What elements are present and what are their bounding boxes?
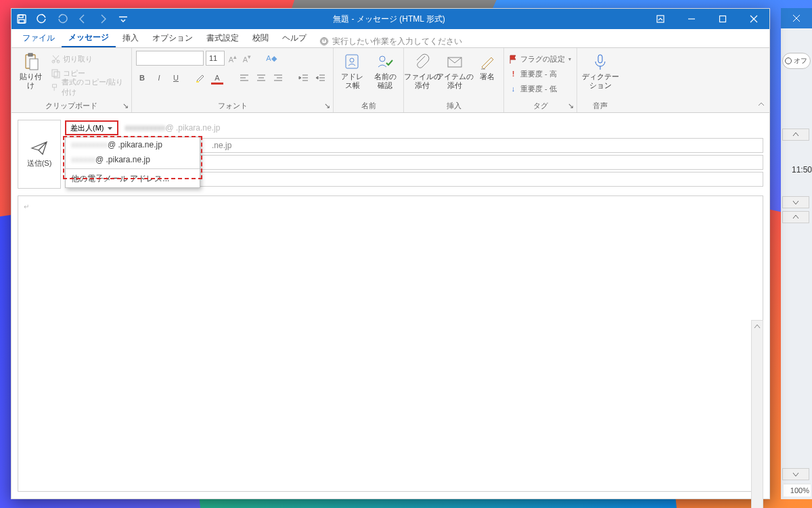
from-option-1[interactable]: xxxxxxxxx@ .pikara.ne.jp [66, 137, 200, 152]
zoom-level: 100% [784, 484, 811, 497]
from-dropdown-menu: xxxxxxxxx@ .pikara.ne.jp xxxxxx@ .pikara… [65, 137, 200, 188]
save-icon[interactable] [12, 9, 32, 29]
background-window-close[interactable] [781, 8, 812, 28]
svg-rect-26 [598, 55, 602, 63]
dialog-launcher-icon[interactable]: ↘ [568, 101, 574, 110]
svg-rect-13 [54, 72, 60, 78]
svg-rect-1 [19, 15, 23, 18]
address-book-button[interactable]: アドレス帳 [338, 51, 367, 91]
svg-rect-21 [196, 81, 199, 83]
align-center-icon[interactable] [255, 72, 267, 84]
signature-button[interactable]: 署名 [473, 51, 501, 83]
svg-rect-3 [657, 16, 664, 22]
tab-file[interactable]: ファイル [16, 28, 62, 47]
clear-formatting-icon[interactable]: A◆ [265, 54, 277, 63]
increase-font-icon[interactable]: A▴ [227, 53, 239, 64]
include-group-label: 挿入 [408, 100, 499, 111]
attach-file-button[interactable]: ファイルの 添付 [408, 51, 436, 91]
collapse-ribbon-icon[interactable] [757, 100, 765, 110]
svg-rect-8 [28, 53, 32, 56]
ribbon: 貼り付け 切り取り コピー 書式のコピー/貼り付け クリップボード↘ 11 A▴… [12, 48, 769, 113]
format-painter-button: 書式のコピー/貼り付け [51, 80, 127, 94]
decrease-indent-icon[interactable] [298, 72, 310, 84]
close-icon[interactable] [738, 9, 769, 29]
from-option-other[interactable]: 他の電子メール アドレス... [66, 170, 200, 187]
dialog-launcher-icon[interactable]: ↘ [122, 101, 129, 110]
decrease-font-icon[interactable]: A▾ [241, 53, 253, 64]
clock-text: 11:50 [784, 165, 812, 175]
tab-review[interactable]: 校閲 [246, 28, 275, 47]
dialog-launcher-icon[interactable]: ↘ [324, 101, 330, 110]
forward-icon[interactable] [93, 9, 113, 29]
qa-customize-icon[interactable] [113, 9, 133, 29]
svg-rect-22 [346, 55, 358, 68]
scroll-up-icon[interactable] [752, 321, 763, 333]
back-icon[interactable] [72, 9, 93, 29]
tell-me-search[interactable]: 実行したい作業を入力してください [320, 36, 462, 47]
font-size-dropdown[interactable]: 11 [206, 51, 225, 66]
send-button[interactable]: 送信(S) [18, 120, 61, 189]
low-importance-button[interactable]: ↓重要度 - 低 [508, 82, 557, 95]
tab-message[interactable]: メッセージ [62, 28, 116, 47]
align-right-icon[interactable] [272, 72, 284, 84]
font-name-dropdown[interactable] [136, 51, 204, 66]
message-body[interactable] [18, 195, 763, 492]
dictate-button[interactable]: ディクテー ション [581, 51, 619, 91]
svg-rect-12 [52, 70, 58, 76]
scroll-up-button-2[interactable] [782, 211, 809, 223]
background-window-right-strip: オフ 11:50 100% [781, 8, 812, 499]
compose-message-window: 無題 - メッセージ (HTML 形式) ファイル メッセージ 挿入 オプション… [11, 8, 770, 499]
window-title: 無題 - メッセージ (HTML 形式) [133, 14, 645, 25]
from-option-2[interactable]: xxxxxx@ .pikara.ne.jp [66, 152, 200, 167]
ribbon-tabs: ファイル メッセージ 挿入 オプション 書式設定 校閲 ヘルプ 実行したい作業を… [12, 29, 769, 48]
svg-point-23 [350, 58, 354, 62]
tab-format[interactable]: 書式設定 [200, 28, 246, 47]
undo-icon[interactable] [32, 9, 52, 29]
svg-rect-9 [30, 59, 38, 70]
increase-indent-icon[interactable] [315, 72, 327, 84]
voice-group-label: 音声 [581, 100, 619, 111]
align-left-icon[interactable] [238, 72, 250, 84]
highlight-icon[interactable] [194, 72, 206, 84]
italic-icon[interactable]: I [153, 72, 165, 84]
follow-up-button[interactable]: フラグの設定▾ [508, 52, 571, 66]
scroll-up-button[interactable] [782, 129, 809, 141]
attach-item-button[interactable]: アイテムの 添付 [441, 51, 469, 91]
bold-icon[interactable]: B [136, 72, 148, 84]
paste-button[interactable]: 貼り付け [16, 51, 47, 91]
cut-button: 切り取り [51, 52, 127, 66]
tags-group-label: タグ [533, 101, 548, 110]
font-color-icon[interactable]: A [211, 72, 223, 84]
names-group-label: 名前 [338, 100, 399, 111]
from-current-address: xxxxxxxxxx@ .pikara.ne.jp [125, 123, 221, 133]
redo-icon[interactable] [52, 9, 72, 29]
maximize-icon[interactable] [707, 9, 738, 29]
font-group-label: フォント [218, 101, 248, 110]
toggle-off-pill[interactable]: オフ [782, 53, 811, 69]
tab-help[interactable]: ヘルプ [275, 28, 313, 47]
ribbon-display-options-icon[interactable] [645, 9, 676, 29]
svg-rect-2 [19, 20, 24, 23]
high-importance-button[interactable]: !重要度 - 高 [508, 67, 557, 80]
tab-options[interactable]: オプション [145, 28, 200, 47]
svg-rect-4 [720, 16, 726, 22]
scroll-down-button[interactable] [782, 196, 809, 208]
from-dropdown-button[interactable]: 差出人(M) [65, 120, 118, 135]
body-scrollbar[interactable] [751, 320, 763, 508]
minimize-icon[interactable] [676, 9, 707, 29]
underline-icon[interactable]: U [170, 72, 182, 84]
check-names-button[interactable]: 名前の 確認 [371, 51, 399, 91]
scroll-down-button-2[interactable] [782, 468, 809, 480]
clipboard-group-label: クリップボード [45, 101, 97, 110]
svg-rect-14 [53, 84, 57, 87]
svg-point-24 [380, 56, 385, 62]
tab-insert[interactable]: 挿入 [116, 28, 145, 47]
